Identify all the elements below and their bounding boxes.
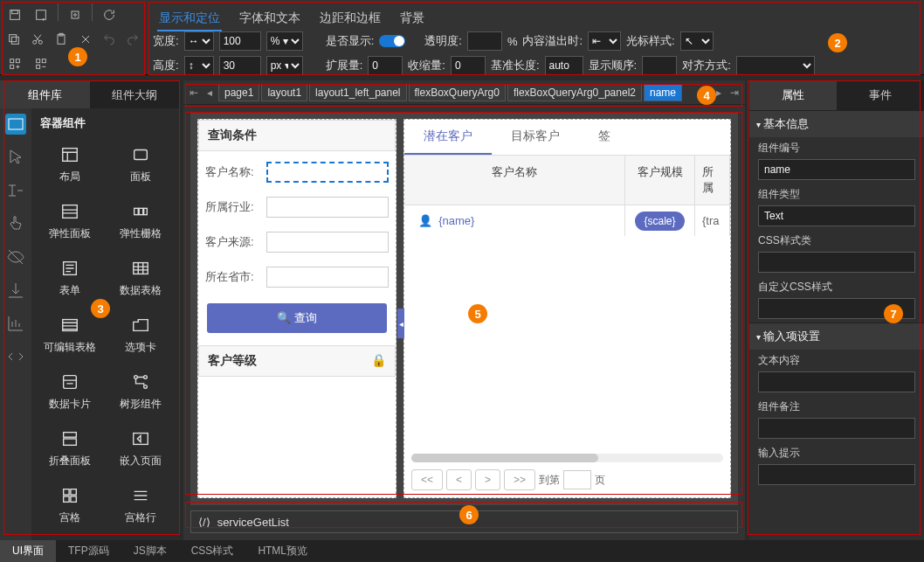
rail-code-icon[interactable] <box>5 346 26 367</box>
comp-collapse[interactable]: 折叠面板 <box>35 422 106 475</box>
width-input[interactable] <box>219 31 261 51</box>
expand-input[interactable] <box>368 56 403 75</box>
remark-input[interactable] <box>758 418 915 439</box>
rail-container-icon[interactable] <box>5 114 26 135</box>
tab-margin[interactable]: 边距和边框 <box>318 7 383 31</box>
svg-rect-36 <box>64 496 69 502</box>
basis-input[interactable] <box>545 56 583 75</box>
cursor-label: 光标样式: <box>626 33 675 49</box>
btab-tfp[interactable]: TFP源码 <box>56 540 121 562</box>
tab-display[interactable]: 显示和定位 <box>157 7 222 31</box>
tab-potential[interactable]: 潜在客户 <box>404 120 492 155</box>
bc-page1[interactable]: page1 <box>218 84 259 101</box>
height-unit[interactable]: px ▾ <box>266 56 303 75</box>
btab-js[interactable]: JS脚本 <box>121 540 179 562</box>
section-basic[interactable]: 基本信息 <box>749 110 924 137</box>
customer-name-input[interactable] <box>266 162 389 183</box>
width-mode[interactable]: ↔ <box>184 31 214 51</box>
grid-add-icon[interactable] <box>3 52 26 75</box>
preview-icon[interactable] <box>64 3 86 26</box>
page-prev[interactable]: < <box>446 469 472 490</box>
comp-panel[interactable]: 面板 <box>106 138 176 191</box>
save-icon[interactable] <box>3 3 26 26</box>
rail-touch-icon[interactable] <box>5 213 26 234</box>
bc-prev-icon[interactable]: ◂ <box>203 87 217 99</box>
scrollbar[interactable] <box>411 454 723 462</box>
rail-export-icon[interactable] <box>5 280 26 301</box>
text-content-input[interactable] <box>758 371 915 392</box>
grid-remove-icon[interactable] <box>30 52 52 75</box>
svg-rect-5 <box>11 37 18 44</box>
svg-rect-34 <box>64 489 69 495</box>
table-row[interactable]: 👤 {name} {scale} {tra <box>404 205 730 236</box>
order-input[interactable] <box>642 56 677 75</box>
paste-icon[interactable] <box>52 28 72 51</box>
opacity-input[interactable] <box>467 31 502 51</box>
hint-input[interactable] <box>758 464 915 485</box>
save-as-icon[interactable] <box>30 3 52 26</box>
comp-tabs[interactable]: 选项卡 <box>106 309 176 362</box>
height-mode[interactable]: ↕ <box>184 56 214 75</box>
comp-grid[interactable]: 宫格 <box>35 479 106 532</box>
collapse-handle-icon[interactable]: ◂ <box>397 309 404 338</box>
province-input[interactable] <box>266 267 389 288</box>
rail-chart-icon[interactable] <box>5 313 26 334</box>
svg-rect-35 <box>71 489 76 495</box>
svg-rect-12 <box>16 59 19 63</box>
refresh-icon[interactable] <box>98 3 121 26</box>
svg-point-4 <box>74 14 77 17</box>
width-unit[interactable]: % ▾ <box>266 31 303 51</box>
page-last[interactable]: >> <box>504 469 535 490</box>
source-input[interactable] <box>266 232 389 253</box>
btab-html[interactable]: HTML预览 <box>245 540 320 562</box>
bc-panel2[interactable]: flexBoxQueryArg0_panel2 <box>507 84 642 101</box>
tab-component-lib[interactable]: 组件库 <box>0 80 90 110</box>
bc-leftpanel[interactable]: layout1_left_panel <box>309 84 406 101</box>
btab-css[interactable]: CSS样式 <box>179 540 246 562</box>
page-next[interactable]: > <box>475 469 500 490</box>
rail-cursor-icon[interactable] <box>5 147 26 168</box>
cursor-select[interactable]: ↖ <box>680 31 714 51</box>
display-toggle[interactable] <box>379 35 405 47</box>
redo-icon[interactable] <box>123 28 143 51</box>
comp-form[interactable]: 表单 <box>35 252 106 305</box>
tab-events[interactable]: 事件 <box>837 80 924 110</box>
bc-last-icon[interactable]: ⇥ <box>727 87 741 99</box>
section-input[interactable]: 输入项设置 <box>749 323 924 350</box>
industry-input[interactable] <box>266 197 389 218</box>
align-select[interactable] <box>736 56 815 75</box>
tab-signed[interactable]: 签 <box>579 120 630 155</box>
comp-datatable[interactable]: 数据表格 <box>106 252 176 305</box>
query-button[interactable]: 🔍 查询 <box>207 303 387 333</box>
comp-flexpanel[interactable]: 弹性面板 <box>35 195 106 248</box>
comp-flexgrid[interactable]: 弹性栅格 <box>106 195 176 248</box>
overflow-select[interactable]: ⇤ <box>588 31 621 51</box>
bc-flexbox[interactable]: flexBoxQueryArg0 <box>409 84 506 101</box>
bc-name[interactable]: name <box>644 84 682 101</box>
page-input[interactable] <box>563 470 591 489</box>
tab-font[interactable]: 字体和文本 <box>238 7 302 31</box>
rail-input-icon[interactable] <box>5 180 26 201</box>
shrink-input[interactable] <box>451 56 486 75</box>
btab-ui[interactable]: UI界面 <box>0 540 56 562</box>
bc-first-icon[interactable]: ⇤ <box>187 87 201 99</box>
cut-icon[interactable] <box>27 28 47 51</box>
rail-hide-icon[interactable] <box>5 246 26 267</box>
bc-layout1[interactable]: layout1 <box>261 84 307 101</box>
comp-gridrow[interactable]: 宫格行 <box>106 479 176 532</box>
comp-datacard[interactable]: 数据卡片 <box>35 365 106 419</box>
undo-icon[interactable] <box>99 28 119 51</box>
copy-icon[interactable] <box>3 28 24 51</box>
page-first[interactable]: << <box>411 469 443 490</box>
tab-bg[interactable]: 背景 <box>398 7 426 31</box>
tab-properties[interactable]: 属性 <box>749 80 837 110</box>
comp-layout[interactable]: 布局 <box>35 138 106 191</box>
comp-embed[interactable]: 嵌入页面 <box>106 422 176 475</box>
comp-tree[interactable]: 树形组件 <box>106 365 176 419</box>
css-class-input[interactable] <box>758 252 915 273</box>
code-icon: ⟨/⟩ <box>198 516 210 529</box>
tab-target[interactable]: 目标客户 <box>492 120 579 155</box>
comp-id-input[interactable] <box>758 159 915 180</box>
height-input[interactable] <box>219 56 261 75</box>
tab-outline[interactable]: 组件大纲 <box>90 80 180 110</box>
